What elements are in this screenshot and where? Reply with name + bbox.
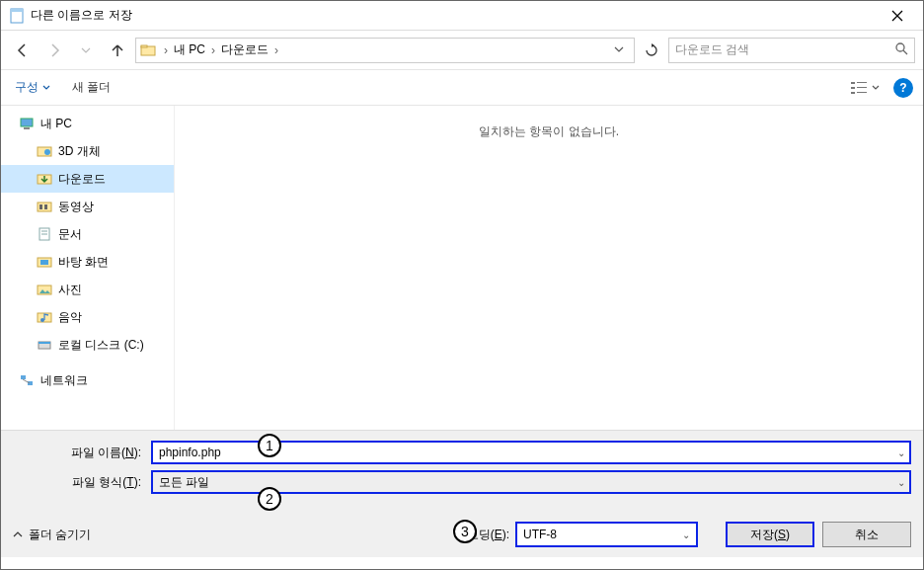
svg-rect-15 bbox=[24, 127, 30, 129]
app-icon bbox=[9, 8, 25, 24]
svg-rect-20 bbox=[39, 204, 42, 209]
tree-item-videos[interactable]: 동영상 bbox=[1, 193, 174, 220]
tree-item-downloads[interactable]: 다운로드 bbox=[1, 165, 174, 193]
svg-rect-1 bbox=[11, 9, 23, 12]
titlebar: 다른 이름으로 저장 bbox=[1, 1, 923, 31]
hide-folders-toggle[interactable]: 폴더 숨기기 bbox=[13, 527, 91, 543]
callout-1: 1 bbox=[258, 434, 281, 457]
tree-item-pictures[interactable]: 사진 bbox=[1, 276, 174, 303]
pictures-icon bbox=[37, 282, 52, 297]
svg-rect-12 bbox=[851, 92, 855, 94]
downloads-icon bbox=[37, 171, 52, 187]
callout-2: 2 bbox=[258, 487, 281, 511]
chevron-right-icon: › bbox=[209, 43, 217, 57]
view-icon bbox=[850, 81, 868, 95]
folder-icon bbox=[37, 143, 52, 159]
svg-rect-5 bbox=[141, 45, 147, 47]
content-pane: 일치하는 항목이 없습니다. bbox=[174, 106, 923, 430]
new-folder-button[interactable]: 새 폴더 bbox=[68, 75, 115, 100]
folder-icon bbox=[140, 42, 156, 58]
breadcrumb-seg-mypc[interactable]: 내 PC bbox=[170, 41, 209, 58]
videos-icon bbox=[37, 199, 52, 214]
chevron-up-icon bbox=[13, 529, 23, 539]
tree-item-music[interactable]: 음악 bbox=[1, 303, 174, 331]
toolbar: 구성 새 폴더 ? bbox=[1, 70, 923, 106]
chevron-down-icon bbox=[42, 84, 50, 92]
svg-rect-8 bbox=[851, 82, 855, 84]
organize-button[interactable]: 구성 bbox=[11, 75, 54, 100]
breadcrumb[interactable]: › 내 PC › 다운로드 › bbox=[135, 38, 635, 63]
svg-rect-9 bbox=[857, 82, 867, 83]
up-button[interactable] bbox=[104, 37, 131, 64]
tree-item-documents[interactable]: 문서 bbox=[1, 220, 174, 248]
tree-item-mypc[interactable]: 내 PC bbox=[1, 110, 174, 137]
svg-rect-31 bbox=[38, 342, 50, 344]
chevron-right-icon: › bbox=[162, 43, 170, 57]
svg-point-17 bbox=[44, 149, 50, 155]
encoding-select[interactable]: UTF-8 ⌄ bbox=[515, 522, 698, 547]
disk-icon bbox=[37, 337, 52, 353]
view-options-button[interactable] bbox=[850, 81, 880, 95]
help-button[interactable]: ? bbox=[893, 78, 913, 98]
svg-rect-14 bbox=[21, 119, 33, 126]
svg-rect-10 bbox=[851, 87, 855, 89]
tree-item-3dobjects[interactable]: 3D 개체 bbox=[1, 137, 174, 165]
refresh-button[interactable] bbox=[639, 38, 664, 63]
history-dropdown[interactable] bbox=[72, 37, 100, 64]
bottom-panel: 파일 이름(N): ⌄ 파일 형식(T): 모든 파일 ⌄ bbox=[1, 430, 923, 512]
forward-button[interactable] bbox=[40, 37, 68, 64]
callout-3: 3 bbox=[453, 520, 477, 543]
svg-line-7 bbox=[903, 50, 907, 54]
cancel-button[interactable]: 취소 bbox=[822, 522, 911, 547]
svg-rect-11 bbox=[857, 87, 867, 88]
back-button[interactable] bbox=[9, 37, 37, 64]
search-input[interactable]: 다운로드 검색 bbox=[668, 38, 915, 63]
sidebar-tree[interactable]: 내 PC 3D 개체 다운로드 동영상 문서 바탕 화면 사진 음악 bbox=[1, 106, 174, 430]
svg-point-6 bbox=[896, 43, 904, 51]
breadcrumb-dropdown[interactable] bbox=[608, 43, 630, 57]
tree-item-desktop[interactable]: 바탕 화면 bbox=[1, 248, 174, 276]
filename-label: 파일 이름(N): bbox=[13, 445, 151, 461]
save-button[interactable]: 저장(S) bbox=[726, 522, 814, 547]
empty-message: 일치하는 항목이 없습니다. bbox=[479, 123, 619, 430]
window-title: 다른 이름으로 저장 bbox=[31, 7, 875, 24]
svg-rect-26 bbox=[40, 260, 48, 265]
navbar: › 내 PC › 다운로드 › 다운로드 검색 bbox=[1, 31, 923, 70]
chevron-right-icon: › bbox=[272, 43, 280, 57]
network-icon bbox=[19, 372, 35, 388]
search-icon bbox=[894, 41, 908, 58]
svg-rect-32 bbox=[21, 375, 26, 379]
documents-icon bbox=[37, 226, 52, 242]
chevron-down-icon: ⌄ bbox=[682, 529, 690, 540]
breadcrumb-seg-downloads[interactable]: 다운로드 bbox=[217, 41, 272, 58]
main-area: 내 PC 3D 개체 다운로드 동영상 문서 바탕 화면 사진 음악 bbox=[1, 106, 923, 430]
svg-rect-33 bbox=[28, 381, 33, 385]
filetype-label: 파일 형식(T): bbox=[13, 474, 151, 491]
desktop-icon bbox=[37, 254, 52, 270]
svg-rect-21 bbox=[44, 204, 47, 209]
tree-item-network[interactable]: 네트워크 bbox=[1, 366, 174, 394]
music-icon bbox=[37, 309, 52, 325]
pc-icon bbox=[19, 116, 35, 131]
close-button[interactable] bbox=[875, 2, 919, 30]
tree-item-localdisk[interactable]: 로컬 디스크 (C:) bbox=[1, 331, 174, 359]
search-placeholder: 다운로드 검색 bbox=[675, 41, 749, 58]
chevron-down-icon bbox=[872, 84, 880, 92]
svg-rect-13 bbox=[857, 92, 867, 93]
